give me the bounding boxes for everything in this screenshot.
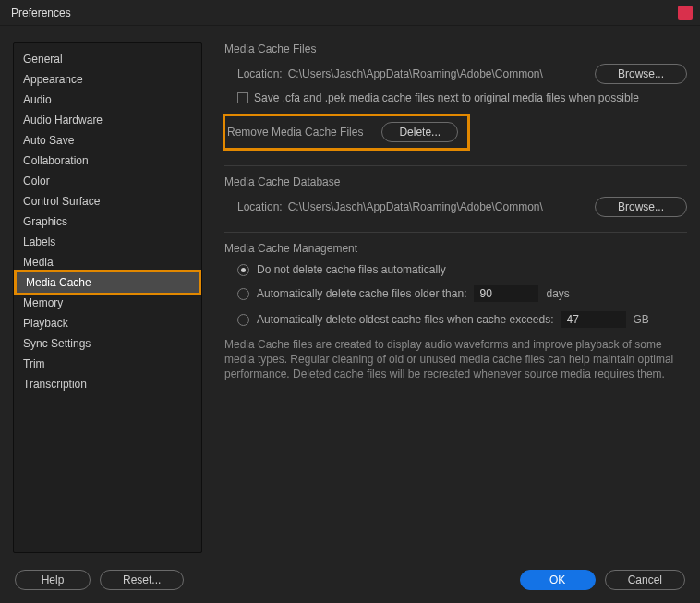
description-text: Media Cache files are created to display…: [224, 337, 687, 381]
sidebar-item-media-cache[interactable]: Media Cache: [17, 272, 199, 293]
sidebar-highlight: Media Cache: [14, 270, 201, 295]
divider: [224, 232, 687, 233]
sidebar-item-sync-settings[interactable]: Sync Settings: [14, 333, 201, 354]
location-label: Location:: [237, 200, 283, 213]
browse-button-db[interactable]: Browse...: [595, 197, 687, 217]
section-media-cache-files: Media Cache Files Location: C:\Users\Jas…: [224, 42, 687, 151]
sidebar-item-general[interactable]: General: [14, 49, 201, 69]
remove-label: Remove Media Cache Files: [227, 126, 363, 139]
radio-icon[interactable]: [237, 264, 249, 276]
close-button[interactable]: [678, 6, 693, 20]
reset-button[interactable]: Reset...: [100, 570, 184, 590]
sidebar: General Appearance Audio Audio Hardware …: [13, 42, 202, 553]
section-title: Media Cache Files: [224, 42, 687, 58]
content-area: General Appearance Audio Audio Hardware …: [0, 26, 700, 562]
delete-button[interactable]: Delete...: [381, 122, 458, 142]
section-title: Media Cache Management: [224, 242, 687, 258]
sidebar-item-labels[interactable]: Labels: [14, 232, 201, 252]
radio-label: Automatically delete cache files older t…: [257, 287, 466, 300]
location-row: Location: C:\Users\Jasch\AppData\Roaming…: [224, 197, 687, 217]
sidebar-item-appearance[interactable]: Appearance: [14, 69, 201, 90]
radio-icon[interactable]: [237, 288, 249, 300]
spacer: [193, 570, 510, 590]
sidebar-item-auto-save[interactable]: Auto Save: [14, 130, 201, 151]
window-title: Preferences: [7, 6, 71, 19]
sidebar-item-color[interactable]: Color: [14, 171, 201, 191]
days-unit: days: [546, 287, 569, 300]
sidebar-item-transcription[interactable]: Transcription: [14, 374, 201, 394]
help-button[interactable]: Help: [15, 570, 91, 590]
gb-input[interactable]: [561, 311, 626, 328]
browse-button[interactable]: Browse...: [595, 64, 687, 84]
section-title: Media Cache Database: [224, 175, 687, 191]
radio-no-delete-row[interactable]: Do not delete cache files automatically: [224, 263, 687, 276]
gb-unit: GB: [634, 313, 649, 326]
sidebar-item-memory[interactable]: Memory: [14, 293, 201, 313]
section-media-cache-database: Media Cache Database Location: C:\Users\…: [224, 175, 687, 217]
location-label: Location:: [237, 67, 283, 80]
sidebar-item-graphics[interactable]: Graphics: [14, 211, 201, 232]
radio-older-than-row[interactable]: Automatically delete cache files older t…: [224, 285, 687, 302]
ok-button[interactable]: OK: [520, 570, 596, 590]
section-media-cache-management: Media Cache Management Do not delete cac…: [224, 242, 687, 381]
location-row: Location: C:\Users\Jasch\AppData\Roaming…: [224, 64, 687, 84]
location-value: C:\Users\Jasch\AppData\Roaming\Adobe\Com…: [288, 67, 595, 80]
radio-exceeds-row[interactable]: Automatically delete oldest cache files …: [224, 311, 687, 328]
sidebar-item-control-surface[interactable]: Control Surface: [14, 191, 201, 211]
cancel-button[interactable]: Cancel: [605, 570, 685, 590]
sidebar-item-trim[interactable]: Trim: [14, 354, 201, 374]
button-bar: Help Reset... OK Cancel: [0, 562, 700, 603]
main-panel: Media Cache Files Location: C:\Users\Jas…: [202, 42, 687, 553]
checkbox-label: Save .cfa and .pek media cache files nex…: [254, 91, 639, 104]
sidebar-item-playback[interactable]: Playback: [14, 313, 201, 333]
remove-highlight: Remove Media Cache Files Delete...: [223, 114, 470, 151]
title-bar: Preferences: [0, 0, 700, 26]
divider: [224, 165, 687, 166]
save-next-to-row[interactable]: Save .cfa and .pek media cache files nex…: [224, 91, 687, 104]
radio-label: Do not delete cache files automatically: [257, 263, 446, 276]
checkbox-icon[interactable]: [237, 92, 248, 103]
sidebar-item-audio[interactable]: Audio: [14, 90, 201, 110]
sidebar-item-collaboration[interactable]: Collaboration: [14, 151, 201, 171]
radio-label: Automatically delete oldest cache files …: [257, 313, 554, 326]
location-value: C:\Users\Jasch\AppData\Roaming\Adobe\Com…: [288, 200, 595, 213]
radio-icon[interactable]: [237, 314, 249, 326]
days-input[interactable]: [474, 285, 538, 302]
sidebar-item-audio-hardware[interactable]: Audio Hardware: [14, 110, 201, 130]
preferences-window: Preferences General Appearance Audio Aud…: [0, 0, 700, 603]
